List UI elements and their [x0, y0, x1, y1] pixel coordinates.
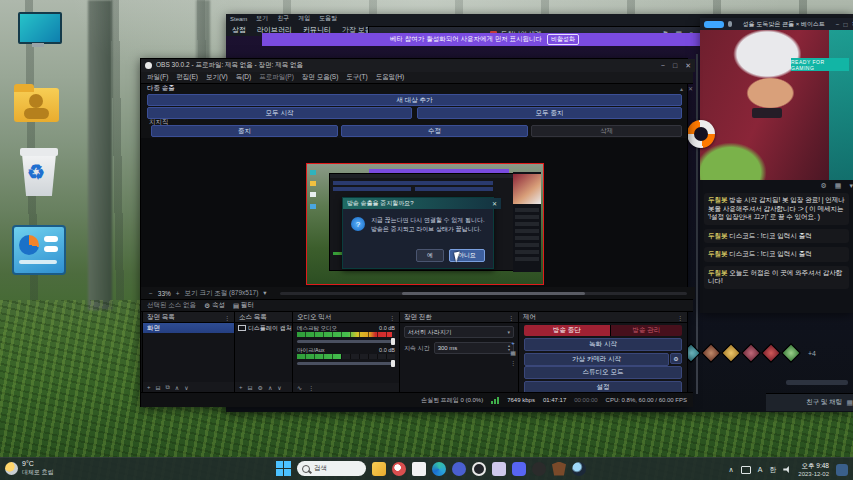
ime-ko-icon[interactable]: 한: [769, 465, 776, 475]
gog-icon[interactable]: [532, 462, 546, 476]
add-target-button[interactable]: 새 대상 추가: [147, 94, 682, 106]
notepad-icon[interactable]: [412, 462, 426, 476]
mic-icon[interactable]: [728, 21, 732, 27]
start-recording-button[interactable]: 녹화 시작: [524, 338, 682, 351]
scene-item[interactable]: 화면: [143, 323, 234, 333]
clock[interactable]: 오후 9:48 2023-12-02: [798, 462, 829, 478]
chat-username[interactable]: 두칠봇: [708, 196, 728, 203]
steam-menu-help[interactable]: 도움말: [319, 14, 337, 23]
transition-select[interactable]: 서서히 사라지기 ▾: [404, 326, 514, 338]
source-item[interactable]: 디스플레이 캡처: [235, 323, 292, 333]
badge-icon[interactable]: [701, 343, 721, 363]
transition-menu-icon[interactable]: ⋮: [510, 359, 516, 366]
chat-username[interactable]: 두칠봇: [708, 269, 728, 276]
mixer-config-icon[interactable]: ∿: [297, 384, 302, 391]
duplicate-scene-icon[interactable]: ⧉: [166, 384, 170, 391]
remove-scene-icon[interactable]: ⊟: [156, 384, 161, 391]
steam-menu-games[interactable]: 게임: [298, 14, 310, 23]
steam-friends-bar[interactable]: 친구 및 채팅 ▦: [766, 393, 853, 411]
start-vcam-button[interactable]: 가상 카메라 시작: [524, 353, 669, 366]
menu-dock[interactable]: 독(D): [236, 73, 252, 82]
obs-icon[interactable]: [472, 462, 486, 476]
notification-icon[interactable]: [836, 464, 848, 476]
start-all-button[interactable]: 모두 시작: [147, 107, 412, 119]
filters-button[interactable]: ▤필터: [233, 301, 254, 310]
preview-hscrollbar[interactable]: [280, 292, 687, 295]
dock-menu-icon[interactable]: ⋮: [508, 314, 514, 321]
chat-username[interactable]: 두칠봇: [708, 232, 728, 239]
chat-message[interactable]: 두칠봇 오늘도 허접은 이 곳에 와주셔서 감사합니다!: [704, 266, 849, 289]
grid-icon[interactable]: ▦: [835, 182, 842, 190]
steam-icon[interactable]: [572, 462, 586, 476]
stop-streaming-button[interactable]: 방송 중단: [524, 325, 610, 336]
source-down-icon[interactable]: ∨: [277, 384, 281, 391]
badge-icon[interactable]: [761, 343, 781, 363]
desktop-icon-user-folder[interactable]: [14, 84, 60, 124]
vcam-config-button[interactable]: ⚙: [670, 353, 682, 364]
badges-more-label[interactable]: +4: [808, 350, 816, 357]
chat-message[interactable]: 두칠봇 디스코드 : !디코 입력시 출력: [704, 229, 849, 244]
mixer-menu-icon[interactable]: ⋮: [308, 384, 314, 391]
target-stop-button[interactable]: 중지: [151, 125, 338, 137]
display-tray-icon[interactable]: [741, 466, 751, 474]
source-properties-icon[interactable]: ⚙: [258, 384, 263, 391]
desktop-icon-this-pc[interactable]: [18, 12, 60, 50]
badge-icon[interactable]: [781, 343, 801, 363]
steam-menu-steam[interactable]: Steam: [230, 16, 247, 22]
source-up-icon[interactable]: ∧: [268, 384, 272, 391]
maximize-icon[interactable]: □: [844, 21, 848, 28]
menu-profile[interactable]: 프로파일(P): [259, 73, 294, 82]
add-transition-icon[interactable]: +: [511, 340, 515, 346]
dock-menu-icon[interactable]: ⋮: [224, 314, 230, 321]
volume-slider[interactable]: [297, 362, 395, 365]
preview-area[interactable]: 방송 송출을 중지할까요? ✕ ? 지금 끊는다면 다시 연결할 수 없게 됩니…: [141, 138, 687, 287]
dialog-titlebar[interactable]: 방송 송출을 중지할까요? ✕: [343, 198, 501, 209]
stop-all-button[interactable]: 모두 중지: [417, 107, 682, 119]
app-icon[interactable]: [452, 462, 466, 476]
transition-grid-icon[interactable]: ▦: [510, 349, 516, 356]
dock-caret-icon[interactable]: ▴: [680, 85, 683, 92]
chat-message[interactable]: 두칠봇 방송 시작 감지됨! 봇 입장 완료! | 언제나 봇을 사용해주셔서 …: [704, 193, 849, 225]
menu-help[interactable]: 도움말(H): [376, 73, 405, 82]
properties-button[interactable]: ⚙속성: [204, 301, 225, 310]
gear-icon[interactable]: ⚙: [821, 182, 827, 190]
zoom-out-icon[interactable]: −: [149, 290, 153, 297]
volume-knob[interactable]: [391, 360, 395, 367]
dialog-close-icon[interactable]: ✕: [492, 200, 497, 207]
chat-message[interactable]: 두칠봇 디스코드 : !디코 입력시 출력: [704, 247, 849, 262]
dock-menu-icon[interactable]: ⋮: [677, 314, 683, 321]
stop-stream-dialog[interactable]: 방송 송출을 중지할까요? ✕ ? 지금 끊는다면 다시 연결할 수 없게 됩니…: [342, 197, 494, 269]
menu-tools[interactable]: 도구(T): [346, 73, 367, 82]
add-source-icon[interactable]: +: [239, 384, 243, 390]
files-icon[interactable]: [372, 462, 386, 476]
steam-nav-store[interactable]: 상점: [232, 25, 246, 35]
chevron-down-icon[interactable]: ▾: [849, 182, 853, 190]
maximize-icon[interactable]: □: [669, 62, 681, 69]
chat-username[interactable]: 두칠봇: [708, 250, 728, 257]
chat-list[interactable]: 두칠봇 방송 시작 감지됨! 봇 입장 완료! | 언제나 봇을 사용해주셔서 …: [704, 193, 849, 311]
desktop-icon-dashboard[interactable]: [12, 225, 66, 275]
caret-down-icon[interactable]: ▾: [263, 289, 266, 297]
desktop-icon-recycle-bin[interactable]: ♻: [20, 148, 58, 198]
obs-titlebar[interactable]: OBS 30.0.2 - 프로파일: 제목 없음 - 장면: 제목 없음 − □…: [141, 59, 695, 72]
weather-widget[interactable]: 9°C 대체로 흐림: [5, 460, 54, 476]
manage-broadcast-button[interactable]: 방송 관리: [610, 325, 682, 336]
volume-icon[interactable]: [783, 466, 791, 473]
overlay-titlebar[interactable]: 성을 도둑맞은 큰돌 × 베이스트 − □ ✕: [700, 18, 853, 30]
menu-view[interactable]: 보기(V): [206, 73, 228, 82]
remove-source-icon[interactable]: ⊟: [248, 384, 253, 391]
duration-spinbox[interactable]: 300 ms ▴▾: [434, 342, 514, 354]
ime-en-icon[interactable]: A: [758, 466, 763, 473]
fit-label[interactable]: 보기 크기 조절 (879x517): [185, 289, 259, 298]
add-scene-icon[interactable]: +: [147, 384, 151, 390]
scene-down-icon[interactable]: ∨: [184, 384, 188, 391]
live-pill[interactable]: [704, 21, 724, 28]
studio-mode-button[interactable]: 스튜디오 모드: [524, 366, 682, 379]
search-box[interactable]: 검색: [297, 461, 366, 476]
scene-up-icon[interactable]: ∧: [175, 384, 179, 391]
banner-disable-button[interactable]: 비활성화: [547, 34, 579, 45]
menu-file[interactable]: 파일(F): [147, 73, 168, 82]
steam-menu-view[interactable]: 보기: [256, 14, 268, 23]
dock-menu-icon[interactable]: ⋮: [389, 314, 395, 321]
dialog-yes-button[interactable]: 예: [416, 249, 444, 262]
